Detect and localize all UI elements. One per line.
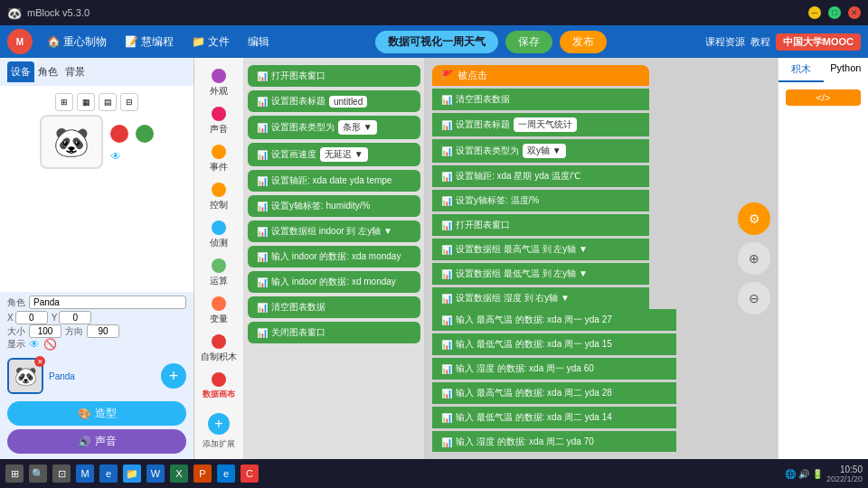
block-input-2[interactable]: 📊 输入 indoor 的数据: xd monday	[248, 271, 420, 293]
taskbar-excel[interactable]: X	[170, 465, 188, 483]
block-set-speed[interactable]: 📊 设置画速度 无延迟 ▼	[248, 143, 420, 166]
device-name-label: Panda	[49, 371, 75, 381]
show-button[interactable]: 👁	[110, 150, 154, 163]
show-label: 显示	[7, 338, 25, 351]
code-input-humidity-mon[interactable]: 📊 输入 湿度 的数据: xda 周一 yda 60	[432, 358, 676, 380]
category-control[interactable]: 控制	[194, 179, 243, 215]
action-btn-2[interactable]: ⊕	[738, 242, 770, 275]
code-open-chart[interactable]: 📊 打开图表窗口	[432, 214, 649, 236]
play-button[interactable]	[136, 125, 154, 143]
sprite-canvas: 🐼	[40, 115, 103, 169]
block-set-data-group[interactable]: 📊 设置数据组 indoor 到 左y轴 ▼	[248, 221, 420, 242]
block-set-axis[interactable]: 📊 设置轴距: xda date yda tempe	[248, 170, 420, 192]
direction-label: 方向	[65, 325, 83, 338]
taskbar-edge[interactable]: e	[99, 465, 118, 483]
direction-input[interactable]: 90	[87, 324, 119, 338]
view-btn-1[interactable]: ⊞	[55, 93, 73, 111]
y-input[interactable]: 0	[59, 311, 91, 324]
menu-item-edit[interactable]: 编辑	[241, 31, 277, 53]
menu-item-file[interactable]: 📁 文件	[184, 31, 237, 53]
category-dataviz[interactable]: 数据画布	[194, 369, 243, 404]
taskbar-pp[interactable]: P	[193, 465, 212, 483]
title-input[interactable]: untitled	[329, 96, 367, 108]
visibility-hide[interactable]: 🚫	[43, 338, 57, 351]
close-button[interactable]: ✕	[848, 6, 861, 19]
taskbar-search[interactable]: 🔍	[29, 465, 47, 483]
add-extension-button[interactable]: +	[208, 413, 230, 435]
category-operators[interactable]: 运算	[194, 255, 243, 291]
visibility-show[interactable]: 👁	[29, 338, 40, 351]
taskbar-file[interactable]: 📁	[123, 465, 141, 483]
sprite-name-input[interactable]: Panda	[29, 296, 186, 309]
action-btn-1[interactable]: ⚙	[738, 202, 770, 235]
block-input-1[interactable]: 📊 输入 indoor 的数据: xda monday	[248, 246, 420, 267]
block-icon: 📊	[257, 176, 268, 186]
tutorial-link[interactable]: 教程	[750, 35, 770, 49]
block-set-ylabel[interactable]: 📊 设置y轴标签: humidity/%	[248, 195, 420, 217]
block-open-chart[interactable]: 📊 打开图表窗口	[248, 65, 420, 87]
block-set-type[interactable]: 📊 设置图表类型为 条形 ▼	[248, 116, 420, 139]
code-set-lowtemp[interactable]: 📊 设置数据组 最低气温 到 左y轴 ▼	[432, 263, 649, 285]
menu-item-editor[interactable]: 📝 慧编程	[118, 31, 181, 53]
stop-button[interactable]	[110, 125, 128, 143]
code-type-dropdown[interactable]: 双y轴 ▼	[523, 144, 566, 158]
device-panda-thumb[interactable]: 🐼 ✕	[7, 358, 43, 394]
speed-dropdown[interactable]: 无延迟 ▼	[320, 147, 368, 162]
block-icon: 📊	[441, 221, 452, 230]
code-input-hightemp-tue[interactable]: 📊 输入 最高气温 的数据: xda 周二 yda 28	[432, 382, 676, 404]
taskbar-start[interactable]: ⊞	[5, 465, 24, 483]
view-btn-2[interactable]: ▦	[77, 93, 95, 111]
course-resources-link[interactable]: 课程资源	[705, 35, 745, 49]
flag-event-block[interactable]: 🚩 被点击	[432, 65, 649, 86]
x-input[interactable]: 0	[15, 311, 48, 324]
block-clear-data[interactable]: 📊 清空图表数据	[248, 296, 420, 318]
tab-python[interactable]: Python	[824, 58, 869, 82]
taskbar-app1[interactable]: C	[241, 465, 259, 483]
taskbar-taskview[interactable]: ⊡	[52, 465, 71, 483]
code-title-val[interactable]: 一周天气统计	[514, 117, 577, 132]
category-events[interactable]: 事件	[194, 141, 243, 177]
code-view-btn[interactable]: </>	[786, 89, 861, 106]
current-file-tab[interactable]: 数据可视化一周天气	[375, 31, 498, 53]
tab-device[interactable]: 设备	[7, 61, 34, 82]
sound-button[interactable]: 🔊 声音	[7, 429, 186, 454]
code-input-lowtemp-mon[interactable]: 📊 输入 最低气温 的数据: xda 周一 yda 15	[432, 333, 676, 355]
taskbar-word[interactable]: W	[146, 465, 165, 483]
tab-backdrop[interactable]: 背景	[61, 61, 89, 82]
tab-sprite[interactable]: 角色	[34, 61, 61, 82]
code-input-humidity-tue[interactable]: 📊 输入 湿度 的数据: xda 周二 yda 70	[432, 431, 676, 452]
code-set-type[interactable]: 📊 设置图表类型为 双y轴 ▼	[432, 139, 649, 163]
view-btn-4[interactable]: ⊟	[120, 93, 138, 111]
x-label: X	[7, 313, 14, 323]
code-set-ylabel[interactable]: 📊 设置y轴标签: 温度/%	[432, 190, 649, 211]
taskbar-mblock[interactable]: M	[76, 465, 94, 483]
block-set-title[interactable]: 📊 设置图表标题 untitled	[248, 90, 420, 112]
category-sensing[interactable]: 侦测	[194, 217, 243, 253]
maximize-button[interactable]: □	[828, 6, 841, 19]
code-set-humidity[interactable]: 📊 设置数据组 湿度 到 右y轴 ▼	[432, 287, 649, 309]
category-myblocks[interactable]: 自制积木	[194, 331, 243, 367]
menu-item-home[interactable]: 🏠 重心制物	[40, 31, 114, 53]
taskbar-ie[interactable]: e	[217, 465, 235, 483]
device-close-btn[interactable]: ✕	[34, 356, 45, 367]
block-close-chart[interactable]: 📊 关闭图表窗口	[248, 322, 420, 343]
action-btn-3[interactable]: ⊖	[738, 282, 770, 314]
costume-button[interactable]: 🎨 造型	[7, 401, 186, 426]
minimize-button[interactable]: ─	[808, 6, 821, 19]
size-input[interactable]: 100	[29, 324, 61, 338]
code-input-lowtemp-tue[interactable]: 📊 输入 最低气温 的数据: xda 周二 yda 14	[432, 407, 676, 428]
tab-blocks[interactable]: 积木	[778, 58, 824, 82]
category-appearance[interactable]: 外观	[194, 65, 243, 101]
code-set-hightemp[interactable]: 📊 设置数据组 最高气温 到 左y轴 ▼	[432, 239, 649, 260]
code-clear-data[interactable]: 📊 清空图表数据	[432, 89, 649, 110]
publish-button[interactable]: 发布	[560, 31, 607, 53]
code-input-hightemp-mon[interactable]: 📊 输入 最高气温 的数据: xda 周一 yda 27	[432, 309, 676, 331]
category-sound[interactable]: 声音	[194, 103, 243, 139]
type-dropdown[interactable]: 条形 ▼	[338, 120, 377, 135]
view-btn-3[interactable]: ▤	[99, 93, 117, 111]
code-set-axis[interactable]: 📊 设置轴距: xda 星期 yda 温度/℃	[432, 165, 649, 187]
category-variables[interactable]: 变量	[194, 293, 243, 329]
add-sprite-button[interactable]: +	[161, 363, 186, 389]
save-button[interactable]: 保存	[505, 31, 552, 53]
code-set-title[interactable]: 📊 设置图表标题 一周天气统计	[432, 113, 649, 136]
